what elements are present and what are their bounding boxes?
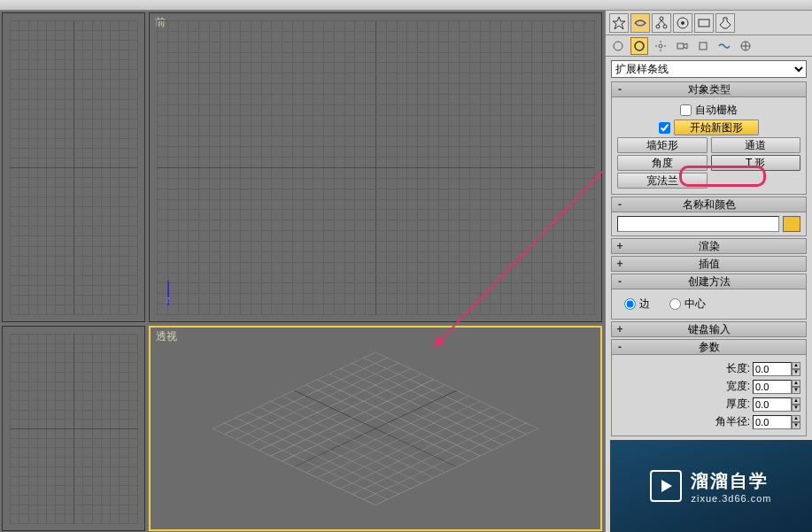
width-label: 宽度: [711,379,750,394]
svg-rect-12 [677,43,684,49]
viewports-container: 前 z x 透视 [0,11,605,532]
length-spinner[interactable]: ▲▼ [792,362,800,376]
svg-point-2 [656,25,660,28]
play-icon [650,470,682,502]
width-input[interactable] [753,380,792,394]
render-rollout: +渲染 [611,238,807,254]
auto-grid-label: 自动栅格 [695,103,738,118]
create-method-rollout: -创建方法 边 中心 [611,274,807,320]
channel-button[interactable]: 通道 [711,137,801,153]
helpers-icon[interactable] [694,37,712,55]
create-method-title: 创建方法 [688,274,731,289]
svg-point-10 [635,42,644,50]
motion-tab-icon[interactable] [673,13,692,33]
collapse-icon: - [614,274,626,289]
length-input[interactable] [753,362,792,376]
params-header[interactable]: -参数 [611,339,807,355]
utilities-tab-icon[interactable] [715,13,735,33]
keyboard-header[interactable]: +键盘输入 [611,321,807,337]
auto-grid-checkbox[interactable] [680,104,692,116]
object-color-swatch[interactable] [783,216,800,232]
modify-tab-icon[interactable] [630,13,650,33]
tee-button[interactable]: T 形 [711,155,801,171]
watermark-url: zixue.3d66.com [691,493,771,504]
width-spinner[interactable]: ▲▼ [792,380,800,394]
top-toolbar [0,0,812,11]
expand-icon: + [614,322,626,336]
length-label: 长度: [711,361,750,376]
watermark: 溜溜自学 zixue.3d66.com [610,440,812,532]
command-panel-tabs [606,11,812,35]
viewport-bottom-left[interactable] [2,326,145,531]
render-header[interactable]: +渲染 [611,238,807,254]
svg-point-11 [659,44,662,48]
svg-rect-13 [700,42,707,50]
svg-point-9 [614,42,623,50]
wide-flange-button[interactable]: 宽法兰 [617,173,708,189]
params-title: 参数 [699,340,720,355]
systems-icon[interactable] [737,37,754,55]
thickness-label: 厚度: [711,397,750,412]
create-subtabs [606,35,812,57]
display-tab-icon[interactable] [694,13,714,33]
create-tab-icon[interactable] [609,13,629,33]
expand-icon: + [614,239,626,253]
spacewarps-icon[interactable] [715,37,733,55]
corner-radius-spinner[interactable]: ▲▼ [792,415,800,429]
viewport-perspective[interactable]: 透视 [149,326,602,531]
lights-icon[interactable] [652,37,669,55]
create-method-header[interactable]: -创建方法 [611,274,807,289]
keyboard-title: 键盘输入 [688,322,731,337]
corner-radius-input[interactable] [753,415,792,429]
collapse-icon: - [614,340,626,354]
watermark-title: 溜溜自学 [691,469,771,493]
svg-line-5 [661,20,665,25]
interp-title: 插值 [699,257,720,272]
svg-point-7 [681,21,684,25]
expand-icon: + [614,257,626,271]
category-dropdown[interactable]: 扩展样条线 [611,60,807,78]
start-new-shape-button[interactable]: 开始新图形 [674,120,759,135]
name-color-rollout: - 名称和颜色 [611,197,807,236]
viewport-front[interactable]: 前 z x [149,12,602,322]
collapse-icon: - [614,82,626,96]
thickness-spinner[interactable]: ▲▼ [792,397,800,412]
svg-point-3 [663,25,667,28]
keyboard-rollout: +键盘输入 [611,321,807,337]
svg-line-4 [658,20,661,25]
svg-rect-8 [699,19,709,27]
center-radio[interactable]: 中心 [669,297,706,312]
interp-rollout: +插值 [611,256,807,272]
object-name-field[interactable] [617,216,779,232]
collapse-icon: - [614,197,626,212]
edge-radio[interactable]: 边 [624,297,650,312]
name-color-title: 名称和颜色 [683,197,736,212]
viewport-label-perspective: 透视 [156,329,177,344]
interp-header[interactable]: +插值 [611,256,807,272]
viewport-top-left[interactable] [2,12,145,322]
geometry-icon[interactable] [609,37,627,55]
shapes-icon[interactable] [630,37,648,55]
cameras-icon[interactable] [673,37,691,55]
center-label: 中心 [684,297,706,312]
edge-label: 边 [639,297,650,312]
angle-button[interactable]: 角度 [617,155,708,171]
object-type-rollout: - 对象类型 自动栅格 开始新图形 墙矩形 通道 角度 T 形 宽法兰 [611,81,807,195]
object-type-header[interactable]: - 对象类型 [611,81,807,97]
render-title: 渲染 [699,239,720,254]
thickness-input[interactable] [753,397,792,412]
svg-point-1 [660,17,663,20]
corner-radius-label: 角半径: [711,414,750,429]
params-rollout: -参数 长度:▲▼ 宽度:▲▼ 厚度:▲▼ 角半径:▲▼ [611,339,807,436]
start-new-shape-checkbox[interactable] [659,122,670,134]
object-type-title: 对象类型 [688,82,731,97]
wall-rect-button[interactable]: 墙矩形 [617,137,708,153]
hierarchy-tab-icon[interactable] [652,13,671,33]
name-color-header[interactable]: - 名称和颜色 [611,197,807,212]
